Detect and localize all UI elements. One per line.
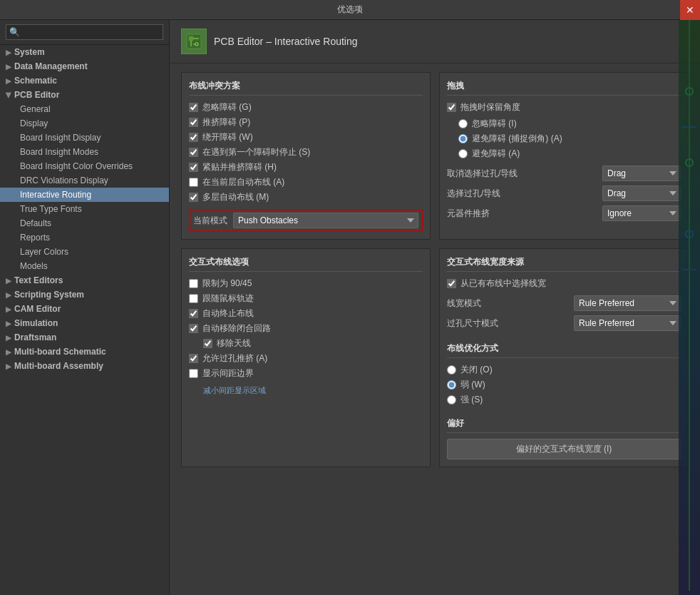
opt-allow-via-push-label: 允许过孔推挤 (A) xyxy=(202,352,267,365)
preference-button[interactable]: 偏好的交互式布线宽度 (I) xyxy=(447,439,681,459)
drag-select-select[interactable]: Drag Move xyxy=(602,185,681,201)
pcb-editor-children: General Display Board Insight Display Bo… xyxy=(0,102,169,273)
checkbox-auto-route-input[interactable] xyxy=(189,178,198,187)
opt-show-clearance: 显示间距边界 xyxy=(189,367,423,380)
current-mode-label: 当前模式 xyxy=(193,215,227,227)
sidebar-item-multi-board-assembly[interactable]: ▶ Multi-board Assembly xyxy=(0,359,169,373)
sidebar-item-true-type-fonts[interactable]: True Type Fonts xyxy=(0,202,169,216)
sidebar-item-draftsman[interactable]: ▶ Draftsman xyxy=(0,330,169,345)
search-input[interactable] xyxy=(6,24,163,40)
checkbox-auto-route: 在当前层自动布线 (A) xyxy=(189,176,423,188)
reduce-clearance-link[interactable]: 减小间距显示区域 xyxy=(203,385,266,396)
checkbox-push: 推挤障碍 (P) xyxy=(189,116,423,128)
sidebar-item-board-insight-display[interactable]: Board Insight Display xyxy=(0,131,169,145)
opt-auto-terminate-input[interactable] xyxy=(189,309,198,318)
drag-radio-ignore-input[interactable] xyxy=(458,119,468,128)
routing-conflict-title: 布线冲突方案 xyxy=(189,80,423,96)
checkbox-stop-input[interactable] xyxy=(189,148,198,157)
drag-radio-avoid-input[interactable] xyxy=(458,134,468,143)
rw-via-select[interactable]: Rule Preferred Rule Min Rule Max User Ch… xyxy=(574,315,681,331)
rw-row-width-mode: 线宽模式 Rule Preferred Rule Min Rule Max Us… xyxy=(447,295,681,311)
checkbox-multi-layer-input[interactable] xyxy=(189,193,198,202)
preference-title: 偏好 xyxy=(447,417,681,433)
checkbox-walkaround-input[interactable] xyxy=(189,133,198,142)
drag-radio-ignore-label: 忽略障碍 (I) xyxy=(472,118,517,130)
sidebar-item-simulation[interactable]: ▶ Simulation xyxy=(0,316,169,330)
expand-arrow: ▶ xyxy=(6,334,11,342)
drag-component-select[interactable]: Ignore Push Move xyxy=(602,205,681,221)
sidebar-item-layer-colors[interactable]: Layer Colors xyxy=(0,245,169,259)
sidebar-item-board-insight-modes[interactable]: Board Insight Modes xyxy=(0,145,169,159)
opt-allow-via-push: 允许过孔推挤 (A) xyxy=(189,352,423,365)
sidebar-item-display[interactable]: Display xyxy=(0,116,169,131)
sidebar-item-models[interactable]: Models xyxy=(0,259,169,273)
checkbox-ignore-input[interactable] xyxy=(189,103,198,112)
rw-width-select[interactable]: Rule Preferred Rule Min Rule Max User Ch… xyxy=(574,295,681,311)
rw-row-via-mode: 过孔尺寸模式 Rule Preferred Rule Min Rule Max … xyxy=(447,315,681,331)
window-title: 优选项 xyxy=(337,4,363,16)
drag-deselect-select[interactable]: Drag Move xyxy=(602,166,681,181)
rw-checkbox-input[interactable] xyxy=(447,279,456,288)
sidebar-item-board-insight-color-overrides[interactable]: Board Insight Color Overrides xyxy=(0,159,169,173)
opt-radio-weak-label: 弱 (W) xyxy=(460,379,485,391)
sidebar-item-data-management[interactable]: ▶ Data Management xyxy=(0,59,169,73)
sidebar-item-schematic[interactable]: ▶ Schematic xyxy=(0,73,169,88)
expand-arrow: ▶ xyxy=(6,77,11,85)
opt-radio-off-input[interactable] xyxy=(447,365,456,375)
opt-remove-antenna: 移除天线 xyxy=(189,337,423,350)
drag-radio-avoid2-label: 避免障碍 (A) xyxy=(472,148,520,160)
expand-arrow: ▶ xyxy=(6,63,11,71)
checkbox-push-input[interactable] xyxy=(189,118,198,127)
interactive-options-title: 交互式布线选项 xyxy=(189,256,423,272)
expand-arrow: ▶ xyxy=(6,362,11,370)
opt-auto-remove-loop: 自动移除闭合回路 xyxy=(189,322,423,335)
routing-width-panel: 交互式布线宽度来源 从已有布线中选择线宽 线宽模式 Rule Preferred… xyxy=(439,248,689,467)
opt-remove-antenna-label: 移除天线 xyxy=(217,337,251,350)
checkbox-stop: 在遇到第一个障碍时停止 (S) xyxy=(189,146,423,158)
opt-allow-via-push-input[interactable] xyxy=(189,354,198,363)
interactive-options-panel: 交互式布线选项 限制为 90/45 跟随鼠标轨迹 自动终止布线 自动移除闭合回路 xyxy=(181,248,431,467)
sidebar-item-label: Text Editors xyxy=(14,275,63,285)
sidebar-item-label: Multi-board Assembly xyxy=(14,361,103,371)
rw-checkbox: 从已有布线中选择线宽 xyxy=(447,278,681,290)
sidebar-item-system[interactable]: ▶ System xyxy=(0,45,169,59)
expand-arrow: ▶ xyxy=(6,277,11,285)
sidebar-item-defaults[interactable]: Defaults xyxy=(0,216,169,230)
sidebar-item-cam-editor[interactable]: ▶ CAM Editor xyxy=(0,302,169,316)
opt-follow-mouse-input[interactable] xyxy=(189,294,198,303)
routing-opt-title: 布线优化方式 xyxy=(447,342,681,358)
opt-radio-off: 关闭 (O) xyxy=(447,364,681,376)
sidebar-item-label: PCB Editor xyxy=(14,90,59,100)
opt-limit-90-45-input[interactable] xyxy=(189,279,198,288)
drag-radio-avoid2-input[interactable] xyxy=(458,149,468,158)
drag-select-label: 选择过孔/导线 xyxy=(447,188,602,200)
current-mode-select[interactable]: Push Obstacles Ignore Obstacles Walkarou… xyxy=(233,213,418,228)
drag-radio-avoid-label: 避免障碍 (捕捉倒角) (A) xyxy=(472,133,562,145)
content-body: 布线冲突方案 忽略障碍 (G) 推挤障碍 (P) 绕开障碍 (W) 在遇到第一个… xyxy=(170,63,700,476)
sidebar-item-pcb-editor[interactable]: ▶ PCB Editor xyxy=(0,88,169,102)
drag-radio-ignore: 忽略障碍 (I) xyxy=(458,118,681,130)
sidebar-item-reports[interactable]: Reports xyxy=(0,230,169,245)
opt-remove-antenna-input[interactable] xyxy=(203,339,212,348)
rw-checkbox-label: 从已有布线中选择线宽 xyxy=(460,278,546,290)
checkbox-ignore: 忽略障碍 (G) xyxy=(189,101,423,113)
opt-auto-remove-loop-input[interactable] xyxy=(189,324,198,333)
sidebar-item-general[interactable]: General xyxy=(0,102,169,116)
sidebar-item-label: Draftsman xyxy=(14,332,56,342)
title-bar: 优选项 ✕ xyxy=(0,0,700,20)
opt-radio-strong-input[interactable] xyxy=(447,395,456,405)
opt-show-clearance-input[interactable] xyxy=(189,369,198,378)
sidebar-item-interactive-routing[interactable]: Interactive Routing xyxy=(0,188,169,202)
sidebar-item-scripting-system[interactable]: ▶ Scripting System xyxy=(0,288,169,302)
opt-radio-weak-input[interactable] xyxy=(447,380,456,390)
sidebar-item-drc-violations-display[interactable]: DRC Violations Display xyxy=(0,173,169,188)
sidebar-item-multi-board-schematic[interactable]: ▶ Multi-board Schematic xyxy=(0,345,169,359)
routing-width-title: 交互式布线宽度来源 xyxy=(447,256,681,272)
sidebar-item-label: CAM Editor xyxy=(14,304,61,314)
drag-retain-angle-input[interactable] xyxy=(447,103,456,112)
sidebar-item-label: Schematic xyxy=(14,76,57,86)
checkbox-hug-push-input[interactable] xyxy=(189,163,198,172)
close-button[interactable]: ✕ xyxy=(680,0,700,20)
drag-dropdown-deselect: 取消选择过孔/导线 Drag Move xyxy=(447,166,681,181)
sidebar-item-text-editors[interactable]: ▶ Text Editors xyxy=(0,273,169,288)
